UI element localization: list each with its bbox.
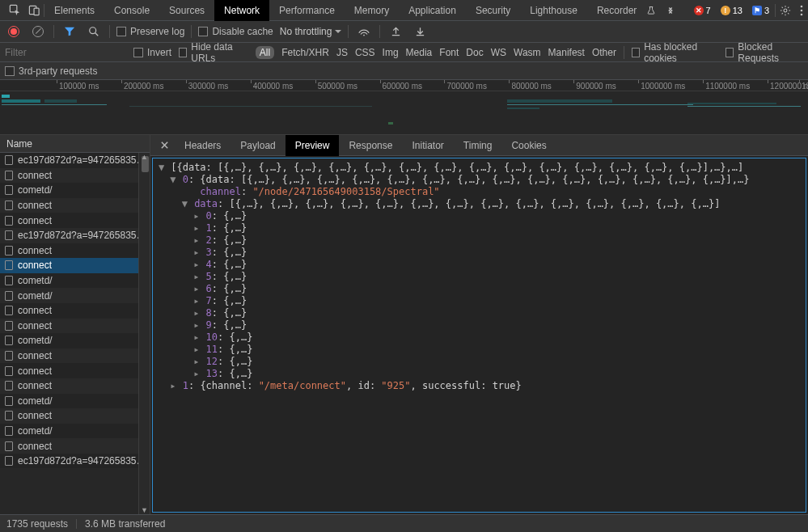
json-tree-row[interactable]: ▼ data: [{,…}, {,…}, {,…}, {,…}, {,…}, {… (158, 198, 801, 210)
request-row[interactable]: cometd/ (0, 288, 150, 303)
json-tree-row[interactable]: ▸ 5: {,…} (158, 271, 801, 283)
network-conditions-icon[interactable] (355, 23, 373, 40)
tab-sources[interactable]: Sources (159, 0, 214, 21)
hide-data-urls-checkbox[interactable]: Hide data URLs (179, 41, 248, 64)
request-row[interactable]: connect (0, 168, 150, 184)
json-tree-row[interactable]: ▸ 1: {,…} (158, 222, 801, 234)
json-tree-row[interactable]: ▸ 3: {,…} (158, 247, 801, 259)
json-tree-row[interactable]: ▸ 1: {channel: "/meta/connect", id: "925… (158, 380, 801, 392)
throttling-select[interactable]: No throttling (280, 26, 342, 37)
request-row[interactable]: cometd/ (0, 273, 150, 289)
close-details-icon[interactable] (154, 141, 175, 150)
request-row[interactable]: connect (0, 258, 150, 273)
blocked-requests-checkbox[interactable]: Blocked Requests (726, 41, 803, 64)
json-tree-row[interactable]: ▸ 11: {,…} (158, 344, 801, 356)
request-row[interactable]: connect (0, 198, 150, 213)
filter-type-font[interactable]: Font (439, 47, 459, 58)
inspect-element-icon[interactable] (5, 1, 24, 20)
tab-memory[interactable]: Memory (345, 0, 399, 21)
filter-type-other[interactable]: Other (592, 47, 616, 58)
detail-tab-response[interactable]: Response (339, 135, 402, 156)
third-party-checkbox[interactable]: 3rd-party requests (5, 65, 97, 77)
filter-type-fetchxhr[interactable]: Fetch/XHR (281, 47, 329, 58)
kebab-menu-icon[interactable] (795, 5, 808, 16)
clear-button[interactable] (29, 23, 47, 40)
issues-count-badge[interactable]: ⚑ 3 (748, 3, 773, 18)
filter-all-pill[interactable]: All (256, 46, 274, 59)
request-row[interactable]: connect (0, 243, 150, 259)
detail-tab-initiator[interactable]: Initiator (402, 135, 453, 156)
preview-json-tree[interactable]: ▼ [{data: [{,…}, {,…}, {,…}, {,…}, {,…},… (152, 158, 806, 513)
json-tree-row[interactable]: ▸ 10: {,…} (158, 331, 801, 344)
request-row[interactable]: cometd/ (0, 394, 150, 409)
search-icon[interactable] (85, 23, 103, 40)
invert-checkbox[interactable]: Invert (133, 47, 171, 58)
more-tabs-icon[interactable] (661, 1, 680, 20)
tab-application[interactable]: Application (399, 0, 466, 21)
disable-cache-checkbox[interactable]: Disable cache (198, 26, 273, 37)
scroll-up-arrow-icon[interactable]: ▲ (141, 153, 148, 161)
json-tree-row[interactable]: ▸ 0: {,…} (158, 210, 801, 222)
json-tree-row[interactable]: ▸ 7: {,…} (158, 295, 801, 307)
request-row[interactable]: cometd/ (0, 183, 150, 198)
request-row[interactable]: connect (0, 363, 150, 378)
json-tree-row[interactable]: ▸ 6: {,…} (158, 283, 801, 295)
tab-performance[interactable]: Performance (269, 0, 345, 21)
filter-type-manifest[interactable]: Manifest (548, 47, 585, 58)
request-row[interactable]: ec197d872d?a=947265835… (0, 228, 150, 243)
tab-lighthouse[interactable]: Lighthouse (520, 0, 587, 21)
filter-type-wasm[interactable]: Wasm (514, 47, 541, 58)
import-har-icon[interactable] (387, 23, 404, 40)
tab-network[interactable]: Network (214, 0, 269, 21)
filter-type-img[interactable]: Img (383, 47, 399, 58)
has-blocked-cookies-checkbox[interactable]: Has blocked cookies (632, 41, 718, 64)
json-tree-row[interactable]: channel: "/node/247165649003158/Spectral… (158, 186, 801, 198)
request-row[interactable]: cometd/ (0, 333, 150, 348)
error-count-badge[interactable]: ✕ 7 (690, 3, 715, 18)
request-row[interactable]: connect (0, 438, 150, 454)
export-har-icon[interactable] (411, 23, 429, 40)
filter-input[interactable] (5, 45, 126, 60)
request-row[interactable]: ec197d872d?a=947265835… (0, 454, 150, 469)
detail-tab-preview[interactable]: Preview (286, 135, 340, 156)
json-tree-row[interactable]: ▼ [{data: [{,…}, {,…}, {,…}, {,…}, {,…},… (158, 162, 801, 174)
tab-security[interactable]: Security (466, 0, 520, 21)
request-row[interactable]: connect (0, 303, 150, 319)
request-row[interactable]: connect (0, 213, 150, 228)
filter-toggle-icon[interactable] (61, 23, 78, 40)
filter-type-css[interactable]: CSS (355, 47, 375, 58)
detail-tab-payload[interactable]: Payload (231, 135, 285, 156)
request-row[interactable]: connect (0, 408, 150, 424)
record-button[interactable] (5, 23, 23, 40)
tab-recorder[interactable]: Recorder (587, 0, 646, 21)
json-tree-row[interactable]: ▼ 0: {data: [{,…}, {,…}, {,…}, {,…}, {,…… (158, 174, 801, 186)
json-tree-row[interactable]: ▸ 13: {,…} (158, 368, 801, 380)
request-row[interactable]: cometd/ (0, 424, 150, 439)
filter-type-ws[interactable]: WS (491, 47, 506, 58)
settings-gear-icon[interactable] (776, 5, 795, 16)
request-row[interactable]: connect (0, 378, 150, 394)
filter-type-js[interactable]: JS (336, 47, 348, 58)
request-list-header[interactable]: Name (0, 135, 150, 153)
network-overview-timeline[interactable]: 100000 ms200000 ms300000 ms400000 ms5000… (0, 80, 808, 135)
tab-console[interactable]: Console (104, 0, 159, 21)
request-row[interactable]: ec197d872d?a=947265835… (0, 153, 150, 168)
scroll-down-arrow-icon[interactable]: ▼ (141, 506, 148, 514)
request-row[interactable]: connect (0, 319, 150, 334)
filter-type-media[interactable]: Media (406, 47, 433, 58)
request-list[interactable]: ec197d872d?a=947265835…connectcometd/con… (0, 153, 150, 514)
json-tree-row[interactable]: ▸ 9: {,…} (158, 319, 801, 331)
json-tree-row[interactable]: ▸ 12: {,…} (158, 356, 801, 368)
warning-count-badge[interactable]: ! 13 (717, 3, 747, 18)
json-tree-row[interactable]: ▸ 2: {,…} (158, 234, 801, 247)
detail-tab-headers[interactable]: Headers (175, 135, 231, 156)
json-tree-row[interactable]: ▸ 4: {,…} (158, 259, 801, 271)
request-row[interactable]: connect (0, 348, 150, 364)
json-tree-row[interactable]: ▸ 8: {,…} (158, 307, 801, 319)
preserve-log-checkbox[interactable]: Preserve log (116, 26, 184, 37)
tab-elements[interactable]: Elements (44, 0, 104, 21)
detail-tab-cookies[interactable]: Cookies (501, 135, 556, 156)
filter-type-doc[interactable]: Doc (466, 47, 483, 58)
device-toolbar-icon[interactable] (24, 1, 44, 20)
scrollbar-track[interactable]: ▲ ▼ (138, 153, 150, 514)
